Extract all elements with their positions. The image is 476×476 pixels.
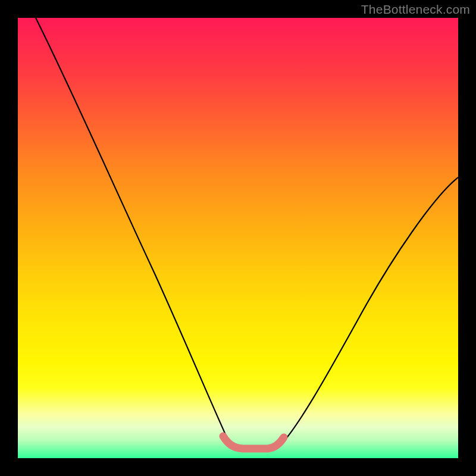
chart-svg (18, 18, 458, 458)
right-curve (278, 177, 458, 448)
left-curve (36, 18, 231, 446)
watermark-text: TheBottleneck.com (361, 2, 470, 17)
chart-frame: TheBottleneck.com (0, 0, 476, 476)
chart-plot-area (18, 18, 458, 458)
highlight-floor (223, 436, 284, 449)
